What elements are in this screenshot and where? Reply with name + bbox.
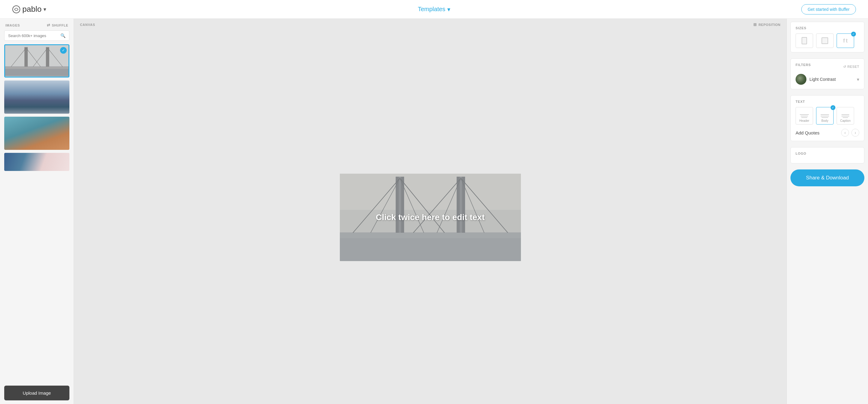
text-body-option[interactable]: ✓ Body: [816, 107, 834, 125]
search-input[interactable]: [8, 33, 60, 38]
logo-chevron-icon: ▾: [43, 6, 46, 13]
filter-selector[interactable]: Light Contrast ▾: [796, 74, 859, 85]
svg-rect-5: [46, 47, 49, 68]
templates-center: Templates ▾: [418, 6, 450, 13]
logo-label: LOGO: [796, 152, 859, 155]
svg-point-0: [13, 6, 20, 13]
sizes-label: SIZES: [796, 26, 859, 30]
left-panel: IMAGES ⇄ SHUFFLE 🔍: [0, 19, 74, 404]
filter-thumbnail: [796, 74, 806, 85]
right-panel: SIZES f t ✓: [786, 19, 868, 404]
templates-button[interactable]: Templates ▾: [418, 6, 450, 13]
upload-image-button[interactable]: Upload Image: [4, 385, 69, 400]
body-line-1: [820, 114, 829, 115]
svg-rect-10: [5, 67, 68, 69]
text-header-option[interactable]: Header: [796, 107, 813, 125]
text-label: TEXT: [796, 100, 859, 103]
filters-section: FILTERS ↺ RESET Light Contrast ▾: [790, 59, 864, 89]
size-square-button[interactable]: [816, 33, 834, 48]
twitter-icon-f: f: [843, 38, 845, 44]
reposition-icon: ⊞: [753, 22, 757, 27]
text-caption-option[interactable]: Caption: [837, 107, 854, 125]
canvas-area: CANVAS ⊞ REPOSITION: [74, 19, 786, 404]
body-line-2: [820, 116, 829, 116]
image-item-partial[interactable]: [4, 153, 69, 171]
shuffle-icon: ⇄: [47, 23, 51, 27]
svg-rect-28: [340, 174, 521, 261]
add-quotes-row: Add Quotes ‹ ›: [796, 129, 859, 137]
reposition-button[interactable]: ⊞ REPOSITION: [753, 22, 780, 27]
bridge-svg: [5, 45, 68, 76]
body-selected-check: ✓: [831, 105, 835, 110]
quote-next-button[interactable]: ›: [851, 129, 859, 137]
reset-icon: ↺: [843, 65, 846, 69]
body-text-lines: [820, 114, 829, 118]
caption-line-2: [841, 116, 849, 116]
main-layout: IMAGES ⇄ SHUFFLE 🔍: [0, 19, 868, 404]
caption-option-label: Caption: [840, 119, 850, 123]
image-item-grass[interactable]: [4, 117, 69, 150]
caption-line-3: [843, 117, 848, 118]
header: pablo ▾ Templates ▾ Get started with Buf…: [0, 0, 868, 19]
left-panel-header: IMAGES ⇄ SHUFFLE: [0, 19, 74, 30]
twitter-selected-check: ✓: [851, 32, 856, 36]
pinterest-size-icon: [802, 37, 807, 44]
reset-label: RESET: [847, 65, 859, 68]
image-list: ✓: [0, 44, 74, 382]
filter-name: Light Contrast: [809, 77, 854, 82]
svg-rect-4: [25, 47, 28, 68]
filters-header: FILTERS ↺ RESET: [796, 63, 859, 70]
shuffle-button[interactable]: ⇄ SHUFFLE: [47, 23, 68, 27]
caption-text-lines: [841, 114, 849, 118]
image-item-bridge[interactable]: ✓: [4, 44, 69, 77]
header-line-3: [801, 117, 807, 118]
logo-icon: [12, 5, 21, 13]
header-line-2: [801, 116, 808, 116]
size-pinterest-button[interactable]: [796, 33, 813, 48]
header-option-label: Header: [800, 119, 809, 123]
size-twitter-button[interactable]: f t ✓: [837, 33, 854, 48]
filters-label: FILTERS: [796, 63, 811, 67]
body-line-3: [822, 117, 828, 118]
header-line-1: [800, 114, 809, 115]
image-item-mountain[interactable]: [4, 80, 69, 114]
filter-chevron-icon: ▾: [857, 76, 859, 82]
canvas-bridge-background: [340, 174, 521, 261]
images-label: IMAGES: [5, 24, 20, 27]
body-option-label: Body: [822, 119, 829, 123]
sizes-section: SIZES f t ✓: [790, 22, 864, 53]
logo[interactable]: pablo ▾: [12, 4, 46, 14]
logo-text: pablo: [22, 4, 42, 14]
text-section: TEXT Header ✓: [790, 95, 864, 141]
caption-line-1: [841, 114, 849, 115]
square-size-icon: [822, 37, 828, 44]
canvas-header: CANVAS ⊞ REPOSITION: [74, 19, 786, 30]
selected-check: ✓: [60, 47, 67, 54]
templates-label: Templates: [418, 6, 445, 13]
share-download-button[interactable]: Share & Download: [790, 169, 864, 186]
search-bar: 🔍: [4, 30, 69, 41]
sizes-row: f t ✓: [796, 33, 859, 48]
canvas-label: CANVAS: [80, 23, 95, 27]
canvas-image[interactable]: Click twice here to edit text: [340, 174, 521, 261]
twitter-size-icon: f t: [843, 38, 848, 44]
twitter-icon-t: t: [846, 38, 848, 44]
add-quotes-label: Add Quotes: [796, 130, 819, 135]
quote-prev-button[interactable]: ‹: [841, 129, 849, 137]
canvas-wrapper: Click twice here to edit text: [74, 30, 786, 404]
quote-nav: ‹ ›: [841, 129, 859, 137]
text-options: Header ✓ Body: [796, 107, 859, 125]
header-text-lines: [800, 114, 809, 118]
reposition-label: REPOSITION: [758, 23, 780, 27]
reset-button[interactable]: ↺ RESET: [843, 65, 859, 69]
logo-section: LOGO: [790, 147, 864, 163]
search-icon[interactable]: 🔍: [60, 33, 65, 38]
templates-chevron-icon: ▾: [447, 6, 450, 13]
get-started-button[interactable]: Get started with Buffer: [801, 4, 856, 14]
shuffle-label: SHUFFLE: [52, 24, 68, 27]
